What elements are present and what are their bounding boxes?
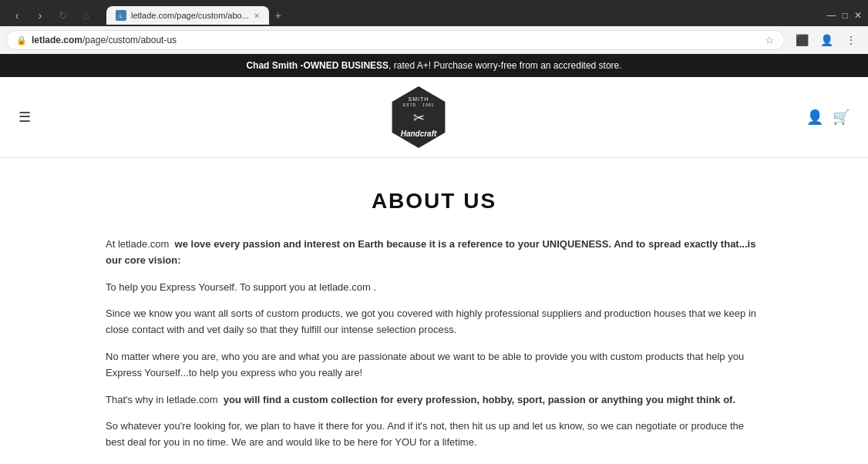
paragraph-4: No matter where you are, who you are and…: [106, 349, 762, 382]
lock-icon: 🔒: [16, 35, 27, 45]
back-button[interactable]: ‹: [6, 5, 28, 26]
reload-button[interactable]: ↻: [52, 5, 74, 26]
content-body: At letlade.com we love every passion and…: [106, 237, 762, 464]
forward-button[interactable]: ›: [29, 5, 51, 26]
paragraph-2: To help you Express Yourself. To support…: [106, 280, 762, 296]
page: Chad Smith -OWNED BUSINESS, rated A+! Pu…: [0, 54, 868, 464]
home-button[interactable]: ⌂: [76, 5, 97, 26]
address-domain: letlade.com: [32, 35, 82, 45]
paragraph-1-bold: we love every passion and interest on Ea…: [106, 238, 755, 266]
page-title: ABOUT US: [106, 189, 762, 214]
logo-badge: SMITH ESTD 1991 ✂ Handcraft: [388, 86, 449, 148]
close-button[interactable]: ✕: [854, 10, 862, 21]
cart-icon[interactable]: 🛒: [833, 109, 849, 126]
paragraph-5-bold: you will find a custom collection for ev…: [224, 394, 735, 405]
logo-figure: ✂: [413, 109, 425, 127]
profile-button[interactable]: 👤: [816, 29, 837, 51]
address-bar: 🔒 letlade.com/page/custom/about-us ☆ ⬛ 👤…: [0, 26, 868, 54]
address-path: /page/custom/about-us: [82, 35, 177, 45]
tab-bar: L letlade.com/page/custom/abo... ✕ +: [106, 6, 823, 25]
paragraph-6: So whatever you're looking for, we plan …: [106, 419, 762, 451]
hamburger-menu[interactable]: ☰: [19, 109, 31, 126]
logo-estd: ESTD: [403, 103, 416, 108]
logo-year: 1991: [422, 103, 434, 108]
toolbar-icons: ⬛ 👤 ⋮: [791, 29, 862, 51]
top-banner: Chad Smith -OWNED BUSINESS, rated A+! Pu…: [0, 54, 868, 77]
active-tab[interactable]: L letlade.com/page/custom/abo... ✕: [106, 6, 269, 25]
minimize-button[interactable]: —: [827, 10, 836, 21]
banner-bold-text: Chad Smith -OWNED BUSINESS: [246, 60, 389, 71]
logo-brand: Handcraft: [401, 129, 437, 139]
tab-title: letlade.com/page/custom/abo...: [131, 11, 249, 20]
paragraph-5: That's why in letlade.com you will find …: [106, 392, 762, 409]
address-input[interactable]: 🔒 letlade.com/page/custom/about-us ☆: [6, 30, 785, 50]
logo-inner: SMITH ESTD 1991 ✂ Handcraft: [401, 96, 437, 139]
header-icons: 👤 🛒: [806, 109, 849, 126]
extensions-button[interactable]: ⬛: [791, 29, 812, 51]
browser-nav-buttons: ‹ › ↻ ⌂: [6, 5, 97, 26]
logo-smith: SMITH: [409, 96, 429, 103]
paragraph-3: Since we know you want all sorts of cust…: [106, 306, 762, 338]
account-icon[interactable]: 👤: [806, 109, 823, 126]
logo-wrap: SMITH ESTD 1991 ✂ Handcraft: [31, 86, 806, 148]
bookmark-icon[interactable]: ☆: [765, 34, 775, 46]
tab-favicon-icon: L: [116, 10, 126, 21]
paragraph-1: At letlade.com we love every passion and…: [106, 237, 762, 269]
browser-chrome: ‹ › ↻ ⌂ L letlade.com/page/custom/abo...…: [0, 0, 868, 26]
main-content: ABOUT US At letlade.com we love every pa…: [87, 158, 781, 464]
maximize-button[interactable]: □: [843, 10, 848, 21]
new-tab-button[interactable]: +: [269, 6, 288, 25]
address-text: letlade.com/page/custom/about-us: [32, 35, 760, 45]
menu-button[interactable]: ⋮: [840, 29, 862, 51]
logo-tagline: ESTD 1991: [403, 103, 434, 108]
window-controls: — □ ✕: [827, 10, 862, 21]
tab-close-button[interactable]: ✕: [254, 12, 260, 20]
banner-rest-text: , rated A+! Purchase worry-free from an …: [389, 60, 621, 71]
site-header: ☰ SMITH ESTD 1991 ✂ Handcraft 👤 🛒: [0, 77, 868, 158]
